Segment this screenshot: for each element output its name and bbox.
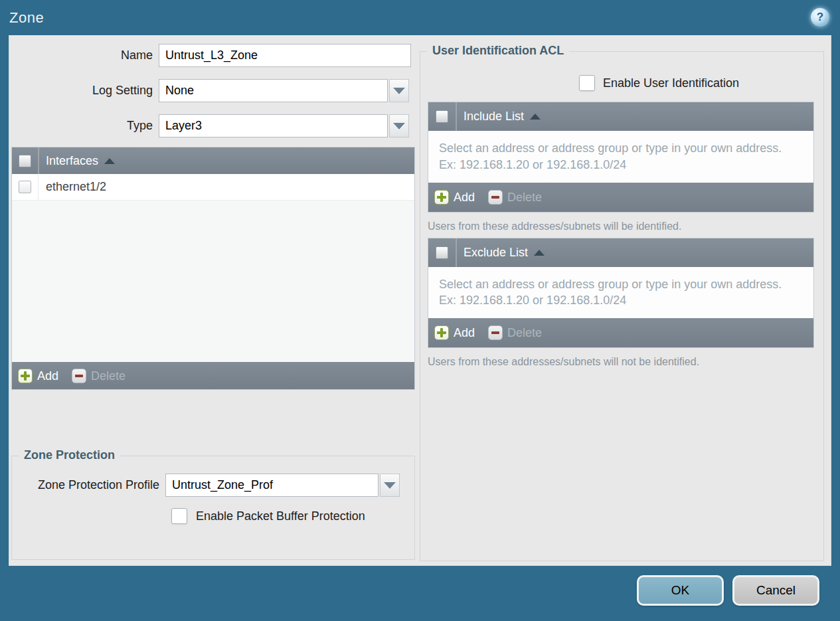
log-setting-label: Log Setting	[11, 84, 159, 98]
name-label: Name	[11, 48, 159, 62]
enable-user-identification-checkbox[interactable]	[579, 75, 595, 91]
interfaces-select-all-checkbox[interactable]	[19, 155, 31, 167]
chevron-down-icon	[384, 482, 396, 489]
cancel-button[interactable]: Cancel	[732, 575, 819, 606]
interfaces-table-empty-area	[12, 201, 414, 362]
include-list-column-header[interactable]: Include List	[456, 110, 541, 124]
exclude-list-body: Select an address or address group or ty…	[428, 267, 813, 319]
type-label: Type	[11, 119, 159, 133]
include-list-table: Include List Select an address or addres…	[428, 102, 814, 213]
packet-buffer-label: Enable Packet Buffer Protection	[196, 509, 365, 523]
include-list-select-all-checkbox[interactable]	[436, 110, 448, 123]
exclude-list-delete-button[interactable]: Delete	[488, 325, 542, 340]
enable-user-identification-label: Enable User Identification	[603, 76, 739, 90]
type-dropdown-button[interactable]	[389, 114, 409, 137]
type-dropdown[interactable]: Layer3	[159, 114, 409, 137]
add-icon	[18, 369, 33, 383]
log-setting-dropdown-button[interactable]	[389, 79, 409, 102]
log-setting-value[interactable]: None	[159, 79, 388, 102]
name-input[interactable]	[159, 44, 411, 67]
zone-protection-profile-row: Zone Protection Profile Untrust_Zone_Pro…	[12, 474, 414, 497]
zone-protection-legend: Zone Protection	[19, 448, 120, 462]
exclude-list-footer: Add Delete	[428, 318, 813, 347]
zone-protection-profile-dropdown[interactable]: Untrust_Zone_Prof	[165, 474, 400, 497]
include-list-delete-button[interactable]: Delete	[488, 190, 542, 205]
add-icon	[434, 325, 449, 340]
exclude-list-caption: Users from these addresses/subnets will …	[428, 356, 816, 369]
zone-protection-profile-label: Zone Protection Profile	[12, 478, 165, 492]
interfaces-delete-button[interactable]: Delete	[72, 369, 126, 383]
interfaces-table: Interfaces ethernet1/2	[11, 147, 415, 390]
packet-buffer-row: Enable Packet Buffer Protection	[12, 508, 414, 524]
exclude-list-header: Exclude List	[428, 238, 813, 267]
chevron-down-icon	[393, 88, 405, 94]
include-list-header: Include List	[428, 102, 813, 131]
interface-name: ethernet1/2	[39, 180, 106, 194]
zone-protection-profile-dropdown-button[interactable]	[380, 474, 400, 497]
exclude-list-placeholder: Select an address or address group or ty…	[428, 267, 800, 319]
dialog-footer: OK Cancel	[637, 575, 819, 606]
sort-asc-icon	[104, 158, 115, 164]
ok-button[interactable]: OK	[637, 575, 724, 606]
exclude-list-header-label: Exclude List	[463, 246, 528, 260]
interfaces-header-label: Interfaces	[46, 154, 98, 168]
log-setting-row: Log Setting None	[11, 79, 415, 102]
include-list-body: Select an address or address group or ty…	[428, 131, 813, 183]
interfaces-column-header[interactable]: Interfaces	[39, 154, 115, 168]
enable-user-identification-row: Enable User Identification	[428, 74, 816, 92]
log-setting-dropdown[interactable]: None	[159, 79, 409, 102]
include-list-caption: Users from these addresses/subnets will …	[428, 221, 816, 233]
include-list-footer: Add Delete	[428, 183, 813, 212]
zone-protection-profile-value[interactable]: Untrust_Zone_Prof	[165, 474, 378, 497]
interfaces-table-body: ethernet1/2	[12, 174, 414, 362]
include-list-placeholder: Select an address or address group or ty…	[428, 131, 800, 183]
dialog-title: Zone	[9, 9, 44, 27]
exclude-list-column-header[interactable]: Exclude List	[456, 246, 545, 260]
user-identification-legend: User Identification ACL	[427, 44, 569, 58]
chevron-down-icon	[393, 123, 405, 130]
zone-protection-section: Zone Protection Zone Protection Profile …	[11, 456, 415, 560]
include-list-add-button[interactable]: Add	[434, 190, 475, 205]
zone-dialog: Zone ? Name Log Setting None Type	[0, 0, 840, 621]
exclude-list-select-all-checkbox[interactable]	[436, 246, 448, 259]
interfaces-table-header: Interfaces	[12, 147, 414, 174]
exclude-list-add-button[interactable]: Add	[434, 325, 475, 340]
delete-icon	[72, 369, 86, 383]
help-icon[interactable]: ?	[811, 8, 829, 27]
sort-asc-icon	[530, 114, 541, 120]
delete-icon	[488, 325, 503, 340]
type-value[interactable]: Layer3	[159, 114, 388, 137]
interfaces-add-button[interactable]: Add	[18, 369, 58, 383]
exclude-list-table: Exclude List Select an address or addres…	[428, 238, 814, 349]
dialog-titlebar: Zone	[0, 0, 840, 35]
type-row: Type Layer3	[11, 114, 415, 137]
include-list-header-label: Include List	[463, 110, 524, 124]
delete-icon	[488, 190, 503, 205]
dialog-body: Name Log Setting None Type Layer3	[9, 35, 831, 566]
interface-row-checkbox[interactable]	[19, 181, 31, 193]
sort-asc-icon	[534, 250, 545, 256]
help-glyph: ?	[817, 11, 823, 24]
add-icon	[434, 190, 449, 205]
interfaces-table-footer: Add Delete	[12, 362, 414, 389]
left-column: Name Log Setting None Type Layer3	[11, 44, 415, 560]
user-identification-section: User Identification ACL Enable User Iden…	[420, 51, 824, 561]
name-row: Name	[11, 44, 415, 67]
interface-row[interactable]: ethernet1/2	[12, 174, 414, 201]
packet-buffer-checkbox[interactable]	[171, 508, 187, 524]
